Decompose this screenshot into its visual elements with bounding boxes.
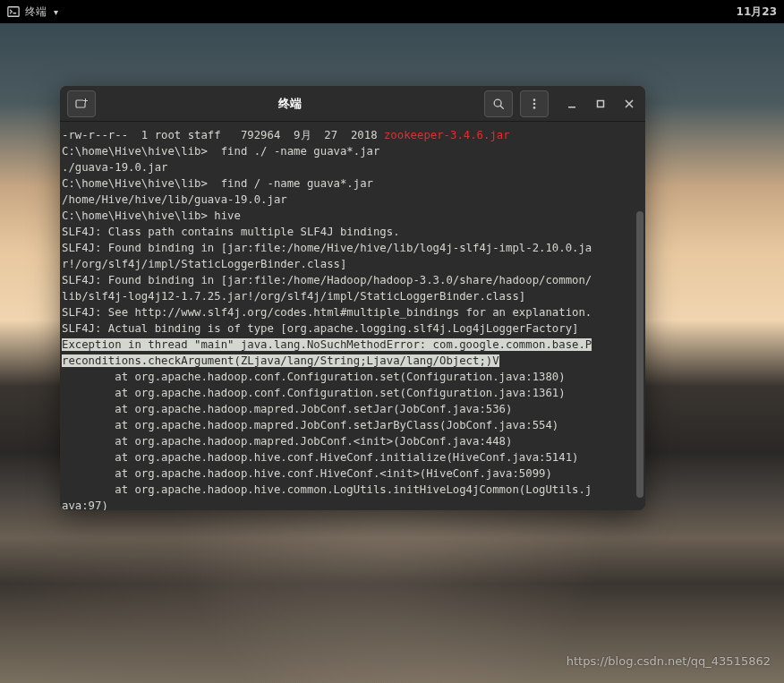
menu-button[interactable] [520, 90, 549, 117]
terminal-line: at org.apache.hadoop.hive.common.LogUtil… [62, 482, 642, 498]
terminal-line: ava:97) [62, 498, 642, 510]
svg-rect-8 [598, 100, 604, 107]
svg-point-4 [533, 98, 536, 101]
terminal-line: at org.apache.hadoop.hive.conf.HiveConf.… [62, 449, 642, 465]
topbar-date[interactable]: 11月23 [737, 4, 777, 20]
terminal-line: at org.apache.hadoop.mapred.JobConf.setJ… [62, 417, 642, 433]
terminal-line: reconditions.checkArgument(ZLjava/lang/S… [62, 353, 642, 369]
terminal-line: lib/slf4j-log4j12-1.7.25.jar!/org/slf4j/… [62, 288, 642, 304]
terminal-line: at org.apache.hadoop.conf.Configuration.… [62, 385, 642, 401]
scrollbar-thumb[interactable] [636, 211, 643, 498]
search-button[interactable] [484, 90, 513, 117]
terminal-window: 终端 [60, 86, 645, 510]
terminal-line: SLF4J: Class path contains multiple SLF4… [62, 224, 642, 240]
window-titlebar[interactable]: 终端 [60, 86, 645, 122]
terminal-line: Exception in thread "main" java.lang.NoS… [62, 337, 642, 353]
chevron-down-icon: ▾ [54, 7, 58, 17]
terminal-line: C:\home\Hive\hive\lib> hive [62, 208, 642, 224]
svg-point-6 [533, 107, 536, 109]
terminal-line: SLF4J: Actual binding is of type [org.ap… [62, 320, 642, 337]
terminal-line: -rw-r--r-- 1 root staff 792964 9月 27 201… [62, 127, 642, 143]
svg-point-5 [533, 102, 536, 105]
topbar-app-name: 终端 [25, 4, 47, 20]
topbar-app-indicator[interactable]: 终端 ▾ [7, 4, 58, 20]
desktop-background: https://blog.csdn.net/qq_43515862 终端 [0, 23, 784, 683]
terminal-line: r!/org/slf4j/impl/StaticLoggerBinder.cla… [62, 256, 642, 272]
svg-rect-7 [568, 107, 575, 108]
svg-rect-0 [8, 7, 19, 17]
terminal-line: SLF4J: Found binding in [jar:file:/home/… [62, 272, 642, 288]
terminal-line: SLF4J: Found binding in [jar:file:/home/… [62, 240, 642, 256]
terminal-line: at org.apache.hadoop.conf.Configuration.… [62, 369, 642, 385]
maximize-button[interactable] [592, 95, 609, 113]
system-topbar: 终端 ▾ 11月23 [0, 0, 784, 23]
terminal-line: at org.apache.hadoop.mapred.JobConf.setJ… [62, 401, 642, 417]
close-button[interactable] [620, 95, 638, 113]
terminal-icon [7, 5, 20, 18]
terminal-line: at org.apache.hadoop.hive.conf.HiveConf.… [62, 465, 642, 482]
minimize-button[interactable] [563, 95, 581, 113]
terminal-line: SLF4J: See http://www.slf4j.org/codes.ht… [62, 304, 642, 320]
terminal-line: at org.apache.hadoop.mapred.JobConf.<ini… [62, 433, 642, 449]
window-title: 终端 [96, 96, 484, 112]
terminal-output[interactable]: -rw-r--r-- 1 root staff 792964 9月 27 201… [60, 122, 645, 510]
new-tab-button[interactable] [67, 90, 96, 117]
terminal-line: ./guava-19.0.jar [62, 159, 642, 175]
watermark-text: https://blog.csdn.net/qq_43515862 [567, 654, 771, 668]
terminal-line: /home/Hive/hive/lib/guava-19.0.jar [62, 192, 642, 208]
terminal-line: C:\home\Hive\hive\lib> find / -name guav… [62, 175, 642, 192]
terminal-line: C:\home\Hive\hive\lib> find ./ -name gua… [62, 143, 642, 159]
